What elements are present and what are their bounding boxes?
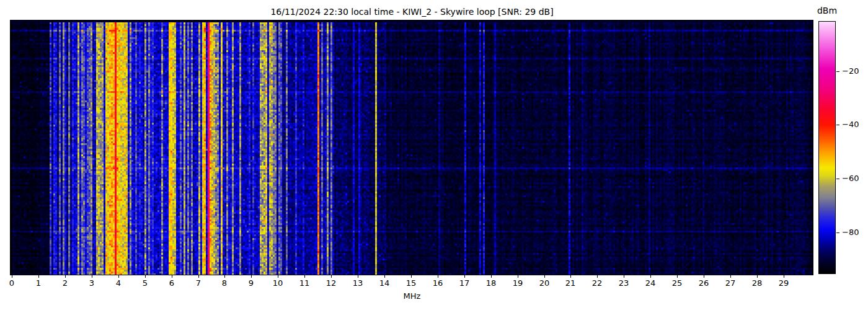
x-tick-label: 5 [133, 278, 157, 288]
x-tick-label: 14 [372, 278, 397, 288]
colorbar-tick-mark [836, 179, 839, 179]
x-tick-mark [12, 275, 12, 278]
x-tick-mark [438, 275, 438, 278]
x-tick-mark [38, 275, 39, 278]
x-tick-label: 6 [159, 278, 184, 288]
x-tick-mark [491, 275, 492, 278]
colorbar-tick-mark [836, 71, 839, 72]
x-tick-mark [358, 275, 358, 278]
x-tick-label: 21 [558, 278, 583, 288]
spectrogram-figure: 16/11/2024 22:30 local time - KIWI_2 - S… [0, 0, 868, 310]
x-tick-mark [92, 275, 92, 278]
x-tick-label: 7 [186, 278, 211, 288]
x-tick-mark [331, 275, 332, 278]
x-tick-mark [224, 275, 225, 278]
x-tick-mark [118, 275, 119, 278]
x-tick-mark [704, 275, 704, 278]
x-tick-mark [198, 275, 199, 278]
colorbar-unit-label: dBm [813, 6, 841, 16]
colorbar-tick-label: −60 [842, 174, 859, 183]
x-tick-label: 2 [53, 278, 78, 288]
x-tick-mark [650, 275, 651, 278]
plot-area [10, 20, 813, 275]
x-tick-mark [278, 275, 278, 278]
x-tick-label: 0 [0, 278, 24, 288]
x-tick-label: 4 [106, 278, 131, 288]
x-tick-mark [544, 275, 545, 278]
colorbar-gradient [818, 21, 836, 274]
x-tick-label: 29 [771, 278, 796, 288]
x-tick-mark [251, 275, 252, 278]
x-tick-mark [145, 275, 146, 278]
x-tick-label: 19 [505, 278, 530, 288]
x-tick-label: 11 [292, 278, 317, 288]
x-tick-mark [624, 275, 624, 278]
x-tick-label: 17 [452, 278, 477, 288]
x-tick-mark [597, 275, 598, 278]
x-tick-label: 15 [399, 278, 423, 288]
x-tick-label: 25 [665, 278, 689, 288]
x-tick-label: 3 [79, 278, 104, 288]
chart-title: 16/11/2024 22:30 local time - KIWI_2 - S… [11, 7, 813, 17]
x-axis-label: MHz [11, 291, 813, 301]
x-tick-mark [784, 275, 784, 278]
x-tick-label: 27 [718, 278, 743, 288]
x-tick-label: 12 [319, 278, 343, 288]
waterfall-canvas [11, 20, 813, 275]
x-tick-mark [464, 275, 465, 278]
x-tick-mark [65, 275, 66, 278]
x-tick-mark [570, 275, 571, 278]
x-tick-label: 10 [265, 278, 290, 288]
colorbar-tick-mark [836, 232, 839, 233]
x-tick-label: 20 [532, 278, 557, 288]
colorbar-tick-mark [836, 125, 839, 125]
x-tick-mark [411, 275, 412, 278]
x-tick-label: 8 [212, 278, 237, 288]
x-tick-label: 22 [585, 278, 609, 288]
x-tick-mark [677, 275, 678, 278]
x-tick-mark [757, 275, 758, 278]
x-tick-label: 9 [239, 278, 264, 288]
x-tick-label: 13 [345, 278, 370, 288]
x-tick-label: 1 [26, 278, 51, 288]
x-tick-label: 28 [745, 278, 769, 288]
x-tick-label: 24 [638, 278, 663, 288]
x-tick-mark [518, 275, 518, 278]
x-tick-mark [304, 275, 305, 278]
x-tick-mark [384, 275, 385, 278]
x-tick-label: 26 [691, 278, 716, 288]
colorbar-tick-label: −40 [842, 120, 859, 129]
x-tick-label: 23 [611, 278, 636, 288]
x-tick-label: 16 [425, 278, 450, 288]
x-tick-label: 18 [479, 278, 503, 288]
x-tick-mark [730, 275, 731, 278]
x-tick-mark [172, 275, 172, 278]
colorbar-tick-label: −20 [842, 67, 859, 76]
colorbar-tick-label: −80 [842, 228, 859, 237]
